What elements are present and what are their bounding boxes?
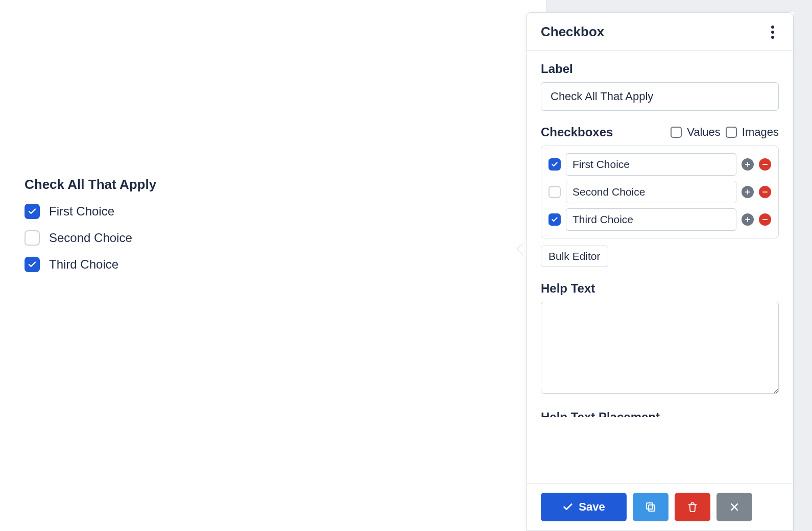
choice-label-input-3[interactable] <box>566 208 736 231</box>
preview-checkbox-row: Second Choice <box>25 230 382 246</box>
check-icon <box>562 501 574 513</box>
right-gutter <box>794 0 812 531</box>
save-button-label: Save <box>579 500 605 514</box>
close-button[interactable] <box>717 493 752 521</box>
preview-checkbox-2[interactable] <box>25 230 40 246</box>
help-text-field-block: Help Text <box>541 281 779 396</box>
preview-area: Check All That Apply First Choice Second… <box>25 177 382 283</box>
choice-row <box>548 181 771 203</box>
label-field-block: Label <box>541 62 779 111</box>
help-text-textarea[interactable] <box>541 302 779 394</box>
settings-panel: Checkbox Label Checkboxes Values Images <box>526 12 794 531</box>
trash-icon <box>687 501 698 513</box>
copy-icon <box>644 501 657 513</box>
choice-row <box>548 153 771 176</box>
checkboxes-heading: Checkboxes <box>541 125 613 139</box>
add-choice-button[interactable] <box>742 158 754 171</box>
top-gutter <box>546 0 812 12</box>
remove-choice-button[interactable] <box>759 158 771 171</box>
values-toggle-label: Values <box>687 126 721 139</box>
choices-container <box>541 146 779 238</box>
choice-default-checkbox-1[interactable] <box>548 158 561 171</box>
images-toggle-label: Images <box>742 126 779 139</box>
kebab-dot-icon <box>771 36 774 39</box>
choice-default-checkbox-3[interactable] <box>548 213 561 226</box>
panel-body: Label Checkboxes Values Images <box>527 51 793 483</box>
next-section-heading: Help Text Placement <box>541 410 779 417</box>
preview-checkbox-3[interactable] <box>25 257 40 272</box>
remove-choice-button[interactable] <box>759 213 771 226</box>
svg-rect-1 <box>647 503 653 509</box>
checkboxes-options-row: Values Images <box>671 126 779 139</box>
panel-title: Checkbox <box>541 24 604 40</box>
label-input[interactable] <box>541 82 779 111</box>
panel-footer: Save <box>527 483 793 530</box>
preview-checkbox-row: Third Choice <box>25 257 382 272</box>
choice-label-input-2[interactable] <box>566 181 736 203</box>
preview-checkbox-label: First Choice <box>49 204 114 219</box>
panel-header: Checkbox <box>527 13 793 51</box>
add-choice-button[interactable] <box>742 213 754 226</box>
svg-rect-0 <box>649 505 655 511</box>
checkboxes-field-block: Checkboxes Values Images <box>541 125 779 267</box>
values-toggle[interactable] <box>671 127 682 138</box>
save-button[interactable]: Save <box>541 493 627 521</box>
close-icon <box>729 502 739 512</box>
kebab-dot-icon <box>771 26 774 29</box>
help-text-heading: Help Text <box>541 281 779 296</box>
images-toggle[interactable] <box>726 127 737 138</box>
duplicate-button[interactable] <box>633 493 668 521</box>
panel-more-menu-button[interactable] <box>767 25 779 39</box>
delete-button[interactable] <box>675 493 710 521</box>
choice-label-input-1[interactable] <box>566 153 736 176</box>
bulk-editor-button[interactable]: Bulk Editor <box>541 246 608 267</box>
add-choice-button[interactable] <box>742 186 754 198</box>
preview-checkbox-label: Third Choice <box>49 257 118 272</box>
choice-row <box>548 208 771 231</box>
choice-default-checkbox-2[interactable] <box>548 186 561 198</box>
remove-choice-button[interactable] <box>759 186 771 198</box>
preview-checkbox-1[interactable] <box>25 204 40 219</box>
preview-title: Check All That Apply <box>25 177 382 192</box>
preview-checkbox-row: First Choice <box>25 204 382 219</box>
kebab-dot-icon <box>771 31 774 34</box>
label-heading: Label <box>541 62 779 76</box>
preview-checkbox-label: Second Choice <box>49 231 132 245</box>
